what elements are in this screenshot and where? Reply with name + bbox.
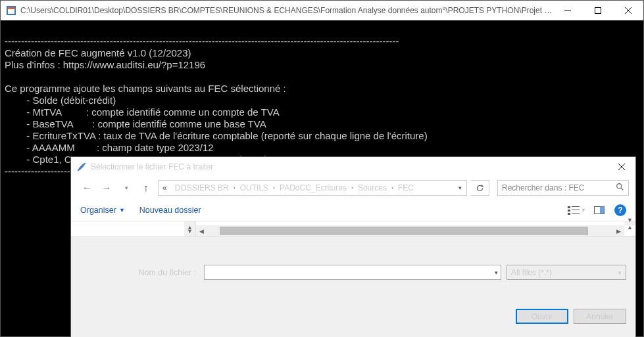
app-icon [6,5,16,16]
maximize-button[interactable] [583,1,613,20]
svg-line-11 [621,188,623,190]
nav-back-button[interactable]: ← [79,180,95,196]
breadcrumb-item[interactable]: DOSSIERS BR [171,181,233,195]
file-list: Nom Modifié le Type Taille 2021123124/11… [196,221,635,236]
minimize-button[interactable] [553,1,583,20]
breadcrumb-item[interactable]: PADoCC_Ecritures [276,181,351,195]
nav-forward-button[interactable]: → [99,180,114,196]
file-open-dialog: Sélectionner le fichier FEC à traiter ← … [70,156,636,337]
search-icon [616,183,624,194]
svg-rect-16 [568,213,570,215]
dialog-close-button[interactable] [608,157,635,177]
breadcrumb-overflow-icon[interactable]: « [159,183,171,193]
svg-rect-15 [572,210,580,210]
filetype-select[interactable]: All files (*.*)▾ [507,265,626,280]
breadcrumb-bar[interactable]: « DOSSIERS BR› OUTILS› PADoCC_Ecritures›… [158,180,467,196]
close-button[interactable] [613,1,643,20]
dialog-title-bar: Sélectionner le fichier FEC à traiter [71,157,635,177]
organize-menu[interactable]: Organiser ▼ [80,205,125,215]
main-title-text: C:\Users\COLDIR01\Desktop\DOSSIERS BR\CO… [20,6,553,15]
tree-scrollbar[interactable]: ▲▼ [184,221,195,236]
list-vscrollbar[interactable]: ▲▼ [624,221,635,225]
preview-pane-button[interactable] [588,202,610,218]
svg-rect-12 [568,206,570,208]
breadcrumb-item[interactable]: OUTILS [236,181,272,195]
refresh-button[interactable] [471,180,489,196]
folder-tree[interactable]: PADoCC_Ecritures Bases calculées Bases c… [71,221,196,236]
main-title-bar: C:\Users\COLDIR01\Desktop\DOSSIERS BR\CO… [1,1,643,20]
search-input[interactable]: Rechercher dans : FEC [497,180,629,196]
new-folder-button[interactable]: Nouveau dossier [139,205,201,215]
view-mode-button[interactable]: ▼ [566,202,588,218]
list-hscrollbar[interactable]: ◀▶ [196,225,624,236]
svg-line-7 [78,166,83,171]
breadcrumb-item[interactable]: Sources [354,181,391,195]
open-button[interactable]: Ouvrir [516,309,568,324]
nav-up-button[interactable]: ↑ [138,180,154,196]
svg-rect-14 [568,210,570,212]
svg-rect-19 [600,206,605,213]
svg-rect-13 [572,206,580,207]
console-output: ----------------------------------------… [1,20,643,336]
svg-rect-17 [572,213,580,213]
feather-icon [76,162,87,172]
breadcrumb-dropdown-icon[interactable]: ▾ [453,183,466,193]
nav-recent-button[interactable]: ▾ [118,180,134,196]
filename-input[interactable]: ▾ [204,265,501,280]
filename-label: Nom du fichier : [80,267,199,278]
search-placeholder: Rechercher dans : FEC [502,183,584,193]
dialog-title-text: Sélectionner le fichier FEC à traiter [91,162,608,172]
cancel-button[interactable]: Annuler [574,309,626,324]
svg-rect-2 [8,7,14,9]
breadcrumb-item[interactable]: FEC [394,181,418,195]
svg-point-10 [617,183,622,188]
svg-rect-4 [595,8,601,14]
